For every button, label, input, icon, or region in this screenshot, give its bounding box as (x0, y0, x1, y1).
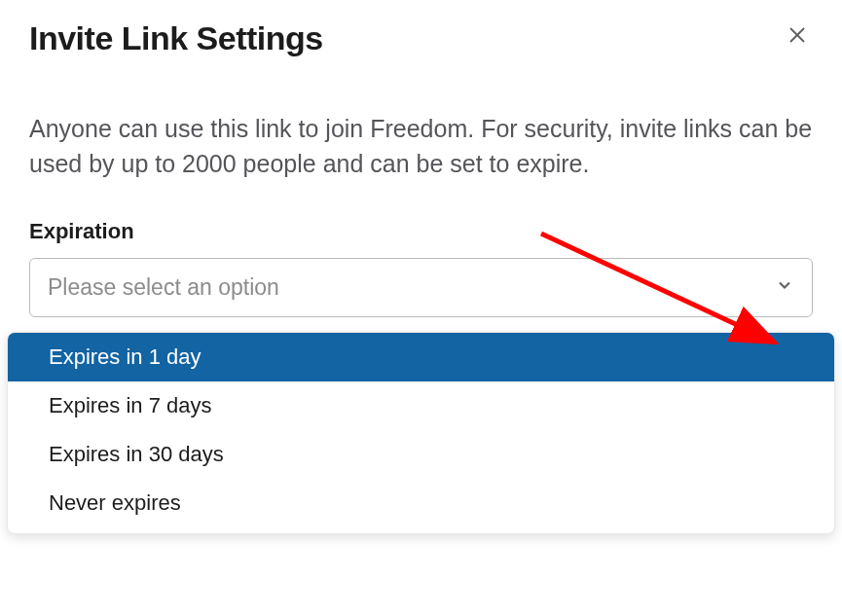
invite-link-settings-dialog: Invite Link Settings Anyone can use this… (0, 0, 842, 337)
dialog-description: Anyone can use this link to join Freedom… (29, 111, 813, 182)
dropdown-option-1-day[interactable]: Expires in 1 day (8, 333, 834, 381)
dialog-title: Invite Link Settings (29, 19, 323, 57)
expiration-dropdown: Expires in 1 day Expires in 7 days Expir… (7, 332, 835, 534)
expiration-select-wrapper: Please select an option Expires in 1 day… (29, 258, 813, 317)
dropdown-option-never[interactable]: Never expires (8, 479, 834, 527)
dropdown-option-30-days[interactable]: Expires in 30 days (8, 430, 834, 479)
expiration-label: Expiration (29, 219, 813, 244)
expiration-select[interactable]: Please select an option (29, 258, 813, 317)
dropdown-option-7-days[interactable]: Expires in 7 days (8, 381, 834, 430)
close-icon (786, 23, 809, 50)
close-button[interactable] (782, 19, 813, 54)
select-placeholder: Please select an option (48, 274, 279, 301)
dialog-header: Invite Link Settings (29, 19, 813, 57)
chevron-down-icon (775, 274, 794, 301)
